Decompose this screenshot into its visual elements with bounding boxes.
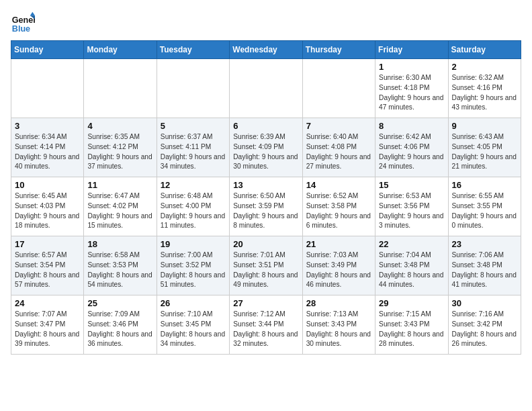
cell-info: Sunrise: 6:48 AM Sunset: 4:00 PM Dayligh…: [161, 191, 226, 231]
calendar-cell: 1Sunrise: 6:30 AM Sunset: 4:18 PM Daylig…: [375, 59, 448, 118]
day-number: 30: [452, 298, 517, 308]
cell-info: Sunrise: 7:09 AM Sunset: 3:46 PM Dayligh…: [87, 310, 152, 349]
calendar-cell: 12Sunrise: 6:48 AM Sunset: 4:00 PM Dayli…: [157, 177, 229, 236]
svg-marker-2: [30, 12, 35, 15]
calendar-cell: 16Sunrise: 6:55 AM Sunset: 3:55 PM Dayli…: [448, 177, 521, 236]
day-number: 27: [233, 298, 298, 308]
calendar-cell: 22Sunrise: 7:04 AM Sunset: 3:48 PM Dayli…: [375, 236, 448, 295]
calendar-cell: 19Sunrise: 7:00 AM Sunset: 3:52 PM Dayli…: [157, 236, 229, 295]
day-number: 3: [15, 121, 80, 131]
day-number: 7: [306, 121, 371, 131]
cell-info: Sunrise: 6:43 AM Sunset: 4:05 PM Dayligh…: [452, 132, 517, 172]
calendar-header-row: SundayMondayTuesdayWednesdayThursdayFrid…: [11, 41, 521, 59]
cell-info: Sunrise: 6:35 AM Sunset: 4:12 PM Dayligh…: [87, 132, 152, 172]
calendar-cell: [302, 59, 375, 118]
cell-info: Sunrise: 6:50 AM Sunset: 3:59 PM Dayligh…: [233, 191, 298, 231]
cell-info: Sunrise: 6:37 AM Sunset: 4:11 PM Dayligh…: [161, 132, 226, 172]
cell-info: Sunrise: 7:10 AM Sunset: 3:45 PM Dayligh…: [161, 310, 226, 349]
calendar-cell: 21Sunrise: 7:03 AM Sunset: 3:49 PM Dayli…: [302, 236, 375, 295]
calendar-cell: 25Sunrise: 7:09 AM Sunset: 3:46 PM Dayli…: [84, 295, 157, 355]
svg-text:Blue: Blue: [12, 24, 30, 34]
calendar-cell: 13Sunrise: 6:50 AM Sunset: 3:59 PM Dayli…: [230, 177, 302, 236]
day-number: 17: [15, 239, 80, 249]
cell-info: Sunrise: 6:34 AM Sunset: 4:14 PM Dayligh…: [15, 132, 80, 172]
day-number: 20: [233, 239, 298, 249]
calendar-row: 3Sunrise: 6:34 AM Sunset: 4:14 PM Daylig…: [11, 118, 521, 177]
weekday-header: Thursday: [302, 41, 375, 59]
calendar-cell: 9Sunrise: 6:43 AM Sunset: 4:05 PM Daylig…: [448, 118, 521, 177]
day-number: 21: [306, 239, 371, 249]
page-header: General Blue: [11, 11, 521, 35]
day-number: 9: [452, 121, 517, 131]
calendar-cell: 10Sunrise: 6:45 AM Sunset: 4:03 PM Dayli…: [11, 177, 84, 236]
cell-info: Sunrise: 7:12 AM Sunset: 3:44 PM Dayligh…: [233, 310, 298, 349]
cell-info: Sunrise: 7:00 AM Sunset: 3:52 PM Dayligh…: [161, 250, 226, 290]
calendar-cell: 17Sunrise: 6:57 AM Sunset: 3:54 PM Dayli…: [11, 236, 84, 295]
cell-info: Sunrise: 7:04 AM Sunset: 3:48 PM Dayligh…: [379, 250, 444, 290]
cell-info: Sunrise: 6:40 AM Sunset: 4:08 PM Dayligh…: [306, 132, 371, 172]
day-number: 26: [161, 298, 226, 308]
weekday-header: Wednesday: [230, 41, 302, 59]
day-number: 15: [379, 180, 444, 190]
day-number: 8: [379, 121, 444, 131]
logo-icon: General Blue: [11, 11, 35, 35]
calendar-cell: [230, 59, 302, 118]
day-number: 29: [379, 298, 444, 308]
weekday-header: Sunday: [11, 41, 84, 59]
weekday-header: Saturday: [448, 41, 521, 59]
calendar-cell: 11Sunrise: 6:47 AM Sunset: 4:02 PM Dayli…: [84, 177, 157, 236]
day-number: 5: [161, 121, 226, 131]
calendar-cell: [11, 59, 84, 118]
day-number: 10: [15, 180, 80, 190]
calendar-cell: 8Sunrise: 6:42 AM Sunset: 4:06 PM Daylig…: [375, 118, 448, 177]
calendar-cell: 26Sunrise: 7:10 AM Sunset: 3:45 PM Dayli…: [157, 295, 229, 355]
calendar-cell: 7Sunrise: 6:40 AM Sunset: 4:08 PM Daylig…: [302, 118, 375, 177]
calendar-cell: 20Sunrise: 7:01 AM Sunset: 3:51 PM Dayli…: [230, 236, 302, 295]
day-number: 1: [379, 62, 444, 72]
cell-info: Sunrise: 7:16 AM Sunset: 3:42 PM Dayligh…: [452, 310, 517, 349]
calendar-cell: 18Sunrise: 6:58 AM Sunset: 3:53 PM Dayli…: [84, 236, 157, 295]
calendar-cell: 23Sunrise: 7:06 AM Sunset: 3:48 PM Dayli…: [448, 236, 521, 295]
cell-info: Sunrise: 6:53 AM Sunset: 3:56 PM Dayligh…: [379, 191, 444, 231]
day-number: 23: [452, 239, 517, 249]
calendar-cell: 15Sunrise: 6:53 AM Sunset: 3:56 PM Dayli…: [375, 177, 448, 236]
calendar-cell: 2Sunrise: 6:32 AM Sunset: 4:16 PM Daylig…: [448, 59, 521, 118]
cell-info: Sunrise: 7:01 AM Sunset: 3:51 PM Dayligh…: [233, 250, 298, 290]
calendar-cell: 30Sunrise: 7:16 AM Sunset: 3:42 PM Dayli…: [448, 295, 521, 355]
cell-info: Sunrise: 6:32 AM Sunset: 4:16 PM Dayligh…: [452, 73, 517, 113]
calendar-table: SundayMondayTuesdayWednesdayThursdayFrid…: [11, 40, 521, 355]
weekday-header: Friday: [375, 41, 448, 59]
calendar-cell: 24Sunrise: 7:07 AM Sunset: 3:47 PM Dayli…: [11, 295, 84, 355]
day-number: 4: [87, 121, 152, 131]
calendar-cell: 27Sunrise: 7:12 AM Sunset: 3:44 PM Dayli…: [230, 295, 302, 355]
day-number: 28: [306, 298, 371, 308]
cell-info: Sunrise: 6:42 AM Sunset: 4:06 PM Dayligh…: [379, 132, 444, 172]
cell-info: Sunrise: 6:45 AM Sunset: 4:03 PM Dayligh…: [15, 191, 80, 231]
day-number: 12: [161, 180, 226, 190]
calendar-cell: 14Sunrise: 6:52 AM Sunset: 3:58 PM Dayli…: [302, 177, 375, 236]
cell-info: Sunrise: 7:03 AM Sunset: 3:49 PM Dayligh…: [306, 250, 371, 290]
logo: General Blue: [11, 11, 39, 35]
cell-info: Sunrise: 7:06 AM Sunset: 3:48 PM Dayligh…: [452, 250, 517, 290]
cell-info: Sunrise: 7:07 AM Sunset: 3:47 PM Dayligh…: [15, 310, 80, 349]
cell-info: Sunrise: 6:58 AM Sunset: 3:53 PM Dayligh…: [87, 250, 152, 290]
cell-info: Sunrise: 6:47 AM Sunset: 4:02 PM Dayligh…: [87, 191, 152, 231]
calendar-cell: 28Sunrise: 7:13 AM Sunset: 3:43 PM Dayli…: [302, 295, 375, 355]
calendar-row: 24Sunrise: 7:07 AM Sunset: 3:47 PM Dayli…: [11, 295, 521, 355]
calendar-cell: 3Sunrise: 6:34 AM Sunset: 4:14 PM Daylig…: [11, 118, 84, 177]
calendar-row: 1Sunrise: 6:30 AM Sunset: 4:18 PM Daylig…: [11, 59, 521, 118]
day-number: 16: [452, 180, 517, 190]
weekday-header: Tuesday: [157, 41, 229, 59]
day-number: 25: [87, 298, 152, 308]
cell-info: Sunrise: 6:30 AM Sunset: 4:18 PM Dayligh…: [379, 73, 444, 113]
cell-info: Sunrise: 6:39 AM Sunset: 4:09 PM Dayligh…: [233, 132, 298, 172]
calendar-cell: 4Sunrise: 6:35 AM Sunset: 4:12 PM Daylig…: [84, 118, 157, 177]
cell-info: Sunrise: 6:57 AM Sunset: 3:54 PM Dayligh…: [15, 250, 80, 290]
cell-info: Sunrise: 7:13 AM Sunset: 3:43 PM Dayligh…: [306, 310, 371, 349]
cell-info: Sunrise: 6:55 AM Sunset: 3:55 PM Dayligh…: [452, 191, 517, 231]
day-number: 6: [233, 121, 298, 131]
calendar-cell: 29Sunrise: 7:15 AM Sunset: 3:43 PM Dayli…: [375, 295, 448, 355]
calendar-cell: [157, 59, 229, 118]
calendar-row: 10Sunrise: 6:45 AM Sunset: 4:03 PM Dayli…: [11, 177, 521, 236]
weekday-header: Monday: [84, 41, 157, 59]
